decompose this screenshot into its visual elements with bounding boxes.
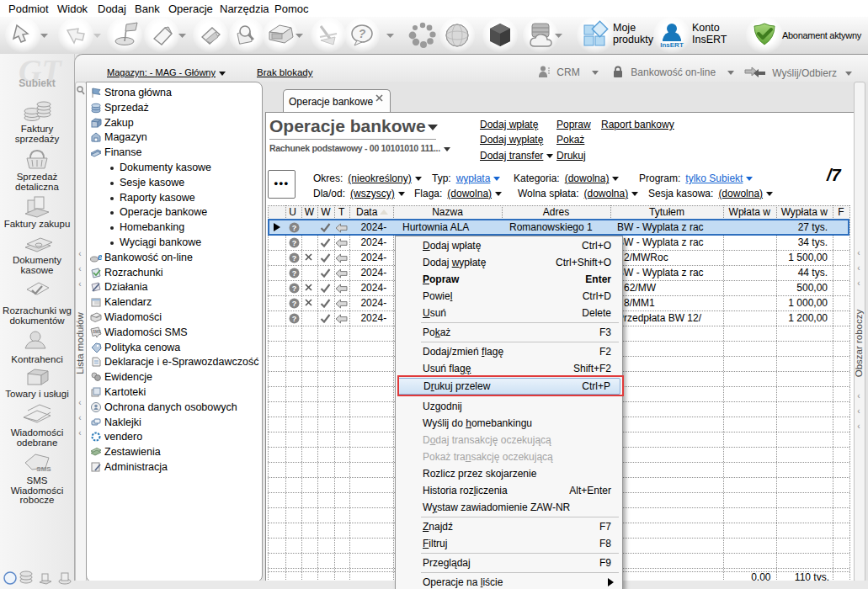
svg-text:?: ? — [292, 238, 297, 247]
svg-text:e: e — [98, 252, 102, 262]
svg-text:InsERT: InsERT — [660, 41, 684, 49]
svg-text:?: ? — [292, 223, 297, 231]
svg-text:?: ? — [292, 253, 297, 262]
svg-text:?: ? — [292, 299, 297, 307]
svg-text:?: ? — [359, 27, 366, 40]
svg-text:SMS: SMS — [93, 330, 101, 334]
svg-text:?: ? — [292, 268, 297, 277]
svg-text:?: ? — [292, 284, 297, 292]
svg-text:?: ? — [292, 314, 297, 322]
svg-text:SMS: SMS — [36, 465, 51, 473]
